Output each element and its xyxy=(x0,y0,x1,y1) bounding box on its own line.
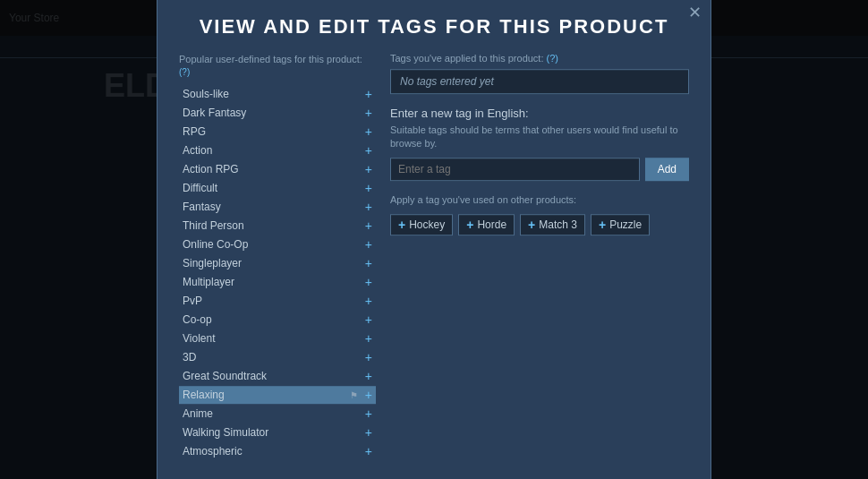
tag-plus-icon: + xyxy=(365,350,372,364)
tag-plus-icon: + xyxy=(365,237,372,252)
popular-tags-label: Popular user-defined tags for this produ… xyxy=(179,54,362,64)
tag-item-label: PvP xyxy=(183,295,362,307)
tag-item-label: Violent xyxy=(183,332,362,345)
tag-item-label: Action RPG xyxy=(183,163,362,175)
tag-plus-icon: + xyxy=(365,425,372,440)
applied-placeholder: No tags entered yet xyxy=(400,75,494,88)
tag-item-label: Great Soundtrack xyxy=(183,370,362,382)
other-tag-label: Match 3 xyxy=(539,218,577,231)
tag-item[interactable]: RPG+ xyxy=(179,123,376,141)
applied-title-label: Tags you've applied to this product: xyxy=(390,53,543,64)
tag-item[interactable]: Walking Simulator+ xyxy=(179,423,376,441)
tag-item[interactable]: Action RPG+ xyxy=(179,160,376,178)
tag-item-label: Fantasy xyxy=(183,201,362,213)
tag-item[interactable]: Violent+ xyxy=(179,329,376,347)
tag-item[interactable]: Third Person+ xyxy=(179,217,376,235)
tag-item-label: Difficult xyxy=(183,182,362,194)
applied-tags-list: +Hockey+Horde+Match 3+Puzzle xyxy=(390,214,689,235)
tag-item[interactable]: Singleplayer+ xyxy=(179,254,376,272)
tag-plus-icon: + xyxy=(365,444,372,458)
right-panel: Tags you've applied to this product: (?)… xyxy=(390,53,689,461)
apply-tags-title: Apply a tag you've used on other product… xyxy=(390,193,689,206)
tag-plus-icon: + xyxy=(365,312,372,327)
applied-tags-section: Tags you've applied to this product: (?)… xyxy=(390,53,689,94)
tag-plus-icon: + xyxy=(365,369,372,383)
other-tag-plus-icon: + xyxy=(466,218,473,232)
tag-item-label: Walking Simulator xyxy=(183,426,362,439)
tag-item[interactable]: Action+ xyxy=(179,141,376,159)
tag-add-icon: ⚑ xyxy=(350,390,358,400)
tag-item-label: Souls-like xyxy=(183,88,362,100)
applied-tooltip[interactable]: (?) xyxy=(547,53,558,64)
tag-plus-icon: + xyxy=(365,143,372,158)
tag-plus-icon: + xyxy=(365,181,372,195)
tag-plus-icon: + xyxy=(365,331,372,346)
tag-item-label: Online Co-Op xyxy=(183,238,362,251)
tag-plus-icon: + xyxy=(365,406,372,421)
tag-item[interactable]: Fantasy+ xyxy=(179,198,376,216)
other-tag-plus-icon: + xyxy=(599,218,606,232)
tag-item[interactable]: 3D+ xyxy=(179,348,376,366)
tag-item-label: Co-op xyxy=(183,313,362,326)
tag-item[interactable]: Atmospheric+ xyxy=(179,442,376,460)
enter-tag-section: Enter a new tag in English: Suitable tag… xyxy=(390,107,689,182)
enter-tag-row: Add xyxy=(390,158,689,181)
tag-item[interactable]: Souls-like+ xyxy=(179,85,376,103)
other-product-tag[interactable]: +Hockey xyxy=(390,214,453,235)
other-product-tag[interactable]: +Puzzle xyxy=(591,214,650,235)
popular-tags-panel: Popular user-defined tags for this produ… xyxy=(179,53,376,461)
tag-plus-icon: + xyxy=(365,200,372,214)
tag-item-label: Singleplayer xyxy=(183,257,362,269)
tag-item-label: Atmospheric xyxy=(183,445,362,458)
tag-item-label: Multiplayer xyxy=(183,276,362,288)
applied-tags-title: Tags you've applied to this product: (?) xyxy=(390,53,689,64)
tag-item-label: RPG xyxy=(183,125,362,138)
tag-plus-icon: + xyxy=(365,294,372,308)
other-tag-plus-icon: + xyxy=(398,218,405,232)
tag-item-label: Anime xyxy=(183,407,362,420)
tag-plus-icon: + xyxy=(365,256,372,270)
tag-item[interactable]: Great Soundtrack+ xyxy=(179,367,376,385)
other-tag-label: Hockey xyxy=(409,218,445,231)
tag-plus-icon: + xyxy=(365,87,372,101)
popular-tags-tooltip[interactable]: (?) xyxy=(179,67,190,77)
tag-item-label: Dark Fantasy xyxy=(183,107,362,119)
other-product-tag[interactable]: +Match 3 xyxy=(520,214,585,235)
add-tag-button[interactable]: Add xyxy=(645,158,689,181)
modal-body: Popular user-defined tags for this produ… xyxy=(179,53,689,461)
tag-plus-icon: + xyxy=(365,388,372,402)
enter-tag-title: Enter a new tag in English: xyxy=(390,107,689,120)
tag-item-label: Relaxing xyxy=(183,389,350,401)
tag-plus-icon: + xyxy=(365,218,372,233)
tag-item[interactable]: Multiplayer+ xyxy=(179,273,376,291)
other-tag-label: Puzzle xyxy=(609,218,642,231)
tag-item-label: Third Person xyxy=(183,219,362,232)
tag-item-label: Action xyxy=(183,144,362,157)
tag-item[interactable]: Co-op+ xyxy=(179,311,376,329)
tag-item[interactable]: PvP+ xyxy=(179,292,376,310)
tag-input-field[interactable] xyxy=(390,158,640,181)
other-tag-label: Horde xyxy=(477,218,506,231)
apply-other-tags-section: Apply a tag you've used on other product… xyxy=(390,193,689,235)
enter-tag-description: Suitable tags should be terms that other… xyxy=(390,124,689,151)
tag-plus-icon: + xyxy=(365,162,372,176)
tag-plus-icon: + xyxy=(365,124,372,139)
other-tag-plus-icon: + xyxy=(528,218,535,232)
tag-item[interactable]: Difficult+ xyxy=(179,179,376,197)
modal-title: VIEW AND EDIT TAGS FOR THIS PRODUCT xyxy=(179,15,689,38)
tag-plus-icon: + xyxy=(365,275,372,289)
tag-plus-icon: + xyxy=(365,106,372,120)
other-product-tag[interactable]: +Horde xyxy=(458,214,515,235)
tag-item[interactable]: Relaxing⚑+ xyxy=(179,386,376,404)
tag-list: Souls-like+Dark Fantasy+RPG+Action+Actio… xyxy=(179,85,376,460)
tag-item[interactable]: Anime+ xyxy=(179,405,376,423)
tag-item-label: 3D xyxy=(183,351,362,364)
popular-tags-title: Popular user-defined tags for this produ… xyxy=(179,53,376,79)
modal-close-button[interactable]: ✕ xyxy=(688,4,702,21)
applied-tags-box: No tags entered yet xyxy=(390,69,689,94)
tag-item[interactable]: Dark Fantasy+ xyxy=(179,104,376,122)
tag-item[interactable]: Online Co-Op+ xyxy=(179,235,376,253)
tag-edit-modal: VIEW AND EDIT TAGS FOR THIS PRODUCT ✕ Po… xyxy=(157,0,711,479)
